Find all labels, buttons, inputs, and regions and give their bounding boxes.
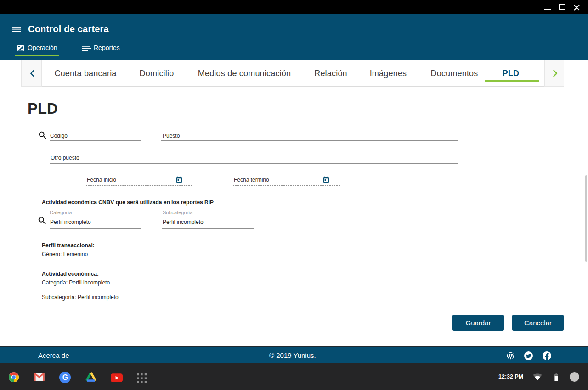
svg-text:G: G bbox=[62, 373, 68, 381]
